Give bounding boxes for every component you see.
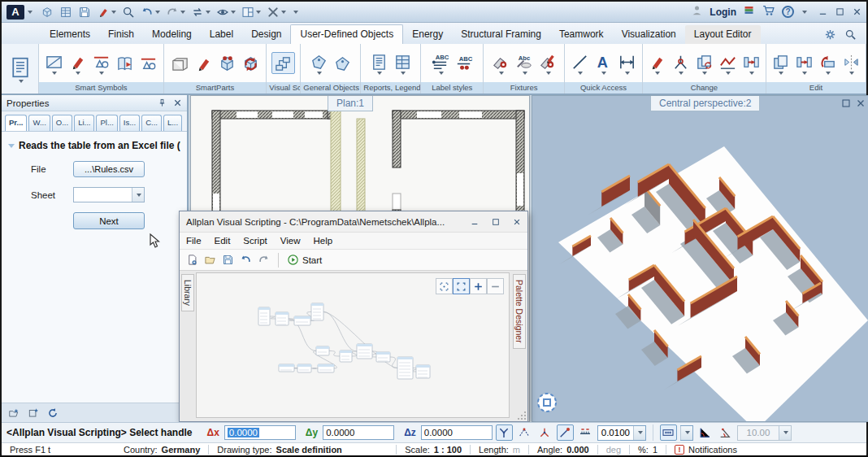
- tab-visualization[interactable]: Visualization: [613, 25, 685, 44]
- zoom-fit-selection-button[interactable]: [436, 278, 453, 294]
- vs-menu-script[interactable]: Script: [237, 233, 273, 248]
- logo-caret-icon[interactable]: [28, 11, 33, 14]
- notifications-button[interactable]: ! Notifications: [666, 445, 745, 455]
- tab-elements[interactable]: Elements: [41, 25, 99, 44]
- window-layout-icon[interactable]: [240, 5, 263, 20]
- vs-node-canvas[interactable]: [196, 272, 510, 418]
- save-favorite-icon[interactable]: [28, 407, 39, 419]
- mirror-icon[interactable]: [840, 51, 862, 75]
- ptab-properties[interactable]: Pr...: [5, 115, 27, 131]
- angle-value-combo[interactable]: 10.00: [737, 425, 792, 441]
- perspective-viewport[interactable]: Central perspective:2: [532, 95, 868, 422]
- track-line-icon[interactable]: [536, 424, 553, 441]
- tab-teamwork[interactable]: Teamwork: [550, 25, 613, 44]
- minimize-button[interactable]: [818, 7, 827, 16]
- vs-minimize-button[interactable]: [471, 218, 479, 226]
- login-button[interactable]: Login: [710, 7, 736, 18]
- objects-big-button[interactable]: [2, 44, 39, 94]
- vs-resize-grip[interactable]: [517, 411, 527, 420]
- vs-palette-designer-tab[interactable]: Palette Designer: [513, 274, 526, 349]
- dimension-tool-icon[interactable]: [616, 51, 638, 75]
- track-tracing-icon[interactable]: [496, 424, 513, 441]
- pin-icon[interactable]: [158, 98, 167, 107]
- navigation-compass-icon[interactable]: [536, 392, 558, 413]
- zoom-in-button[interactable]: [470, 278, 487, 294]
- edit-smart-symbol-icon[interactable]: [67, 51, 89, 75]
- restore-button[interactable]: [835, 7, 844, 16]
- zoom-icon[interactable]: [120, 5, 137, 20]
- zoom-fit-button[interactable]: [453, 278, 470, 294]
- zoom-out-button[interactable]: [487, 278, 504, 294]
- help-icon[interactable]: ?: [782, 6, 794, 18]
- help-caret-icon[interactable]: [802, 11, 807, 14]
- close-button[interactable]: [853, 7, 861, 16]
- balance-scale-icon[interactable]: [90, 51, 112, 75]
- vs-open-icon[interactable]: [204, 254, 216, 266]
- tab-structural-framing[interactable]: Structural Framing: [452, 25, 550, 44]
- perspective-viewport-label[interactable]: Central perspective:2: [650, 96, 760, 111]
- vs-save-icon[interactable]: [222, 254, 234, 266]
- delta-x-input[interactable]: 0.0000: [224, 425, 296, 440]
- hatched-box-icon[interactable]: [43, 51, 65, 75]
- refresh-icon[interactable]: [47, 407, 59, 419]
- save-icon[interactable]: [76, 5, 93, 20]
- tag-icon[interactable]: [308, 51, 330, 75]
- fence-filter-dropdown[interactable]: [680, 425, 693, 441]
- pipe-gear-icon[interactable]: [489, 51, 511, 75]
- ptab-li[interactable]: Li...: [74, 115, 94, 131]
- tab-design[interactable]: Design: [242, 25, 290, 44]
- polyline-icon[interactable]: [717, 51, 739, 75]
- allplan-connect-icon[interactable]: [743, 4, 755, 20]
- angle-snap-icon[interactable]: [717, 424, 734, 441]
- edit-icon[interactable]: [95, 5, 118, 20]
- text-tool-icon[interactable]: A: [592, 51, 614, 75]
- legend-doc-icon[interactable]: [392, 51, 414, 75]
- project-view-icon[interactable]: [39, 5, 55, 20]
- delta-y-input[interactable]: 0.0000: [323, 425, 394, 440]
- sheet-select[interactable]: [73, 187, 145, 202]
- vs-undo-icon[interactable]: [240, 254, 252, 266]
- copy-icon[interactable]: [770, 51, 792, 75]
- tab-user-defined-objects[interactable]: User-Defined Objects: [290, 24, 403, 44]
- visual-scripting-flowchart-icon[interactable]: [271, 52, 295, 74]
- ptab-is[interactable]: Is...: [119, 115, 140, 131]
- scale-segment[interactable]: Scale:1 : 100: [397, 445, 470, 455]
- delta-z-input[interactable]: 0.0000: [421, 425, 493, 440]
- fence-filter-icon[interactable]: [660, 424, 677, 441]
- percent-segment[interactable]: %:1: [630, 445, 666, 455]
- shop-cart-icon[interactable]: [762, 3, 775, 20]
- duct-pencil-gear-icon[interactable]: [536, 51, 558, 75]
- edit-node-icon[interactable]: [670, 51, 692, 75]
- move-icon[interactable]: [793, 51, 815, 75]
- redo-icon[interactable]: [164, 5, 187, 20]
- allplan-logo[interactable]: A: [7, 5, 24, 20]
- vs-start-button[interactable]: Start: [287, 254, 322, 266]
- cube-sync-icon[interactable]: [240, 53, 262, 73]
- file-button[interactable]: ...\Rules.csv: [73, 161, 145, 177]
- vs-maximize-button[interactable]: [492, 218, 500, 226]
- vs-redo-icon[interactable]: [258, 254, 270, 266]
- viewport-close-icon[interactable]: [856, 98, 866, 108]
- box-arrow-icon[interactable]: [693, 51, 715, 75]
- vs-library-tab[interactable]: Library: [181, 274, 194, 311]
- ribbon-settings-gear-icon[interactable]: [824, 28, 836, 41]
- tab-energy[interactable]: Energy: [403, 25, 452, 44]
- cube-pins-icon[interactable]: [216, 53, 238, 73]
- tab-layout-editor[interactable]: Layout Editor: [685, 25, 761, 44]
- vs-menu-edit[interactable]: Edit: [208, 233, 237, 248]
- load-favorite-icon[interactable]: [8, 407, 20, 419]
- tools-icon[interactable]: [265, 5, 288, 20]
- tab-label[interactable]: Label: [201, 25, 242, 44]
- undo-icon[interactable]: [139, 5, 162, 20]
- coordinate-ruler-icon[interactable]: [577, 424, 594, 441]
- snap-distance-combo[interactable]: 0.0100: [597, 425, 646, 441]
- track-point-icon[interactable]: [516, 424, 533, 441]
- vs-menu-view[interactable]: View: [274, 233, 307, 248]
- wall-offset-icon[interactable]: [740, 51, 762, 75]
- viewport-maximize-icon[interactable]: [841, 98, 851, 108]
- report-doc-icon[interactable]: [368, 51, 390, 75]
- vs-title-bar[interactable]: Allplan Visual Scripting - C:\ProgramDat…: [180, 211, 527, 232]
- tab-finish[interactable]: Finish: [99, 25, 143, 44]
- tab-modeling[interactable]: Modeling: [143, 25, 201, 44]
- perpendicular-icon[interactable]: [697, 424, 714, 441]
